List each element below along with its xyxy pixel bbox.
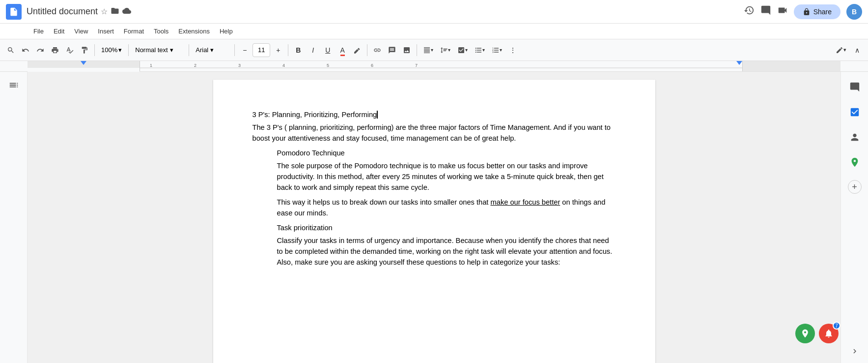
insert-comment-button[interactable] [385, 43, 399, 58]
app-icon [6, 4, 22, 20]
paint-format-button[interactable] [78, 43, 91, 58]
style-arrow: ▾ [170, 46, 173, 54]
folder-icon[interactable] [111, 6, 119, 17]
section2-title: Task prioritization [277, 222, 616, 233]
outline-icon[interactable] [8, 80, 19, 92]
svg-text:7: 7 [415, 63, 418, 68]
menu-insert[interactable]: Insert [94, 26, 118, 36]
section1-para2-before: This way it helps us to break down our t… [277, 198, 491, 206]
editing-mode-button[interactable]: ▾ [833, 43, 849, 58]
paragraph-1: The 3 P's ( planning, prioritizing, perf… [252, 122, 616, 144]
divider-5 [288, 44, 288, 56]
star-icon[interactable]: ☆ [101, 7, 108, 16]
chat-panel-icon[interactable] [847, 80, 862, 97]
contacts-panel-icon[interactable] [847, 130, 862, 147]
section2-para: Classify your tasks in terms of urgency … [277, 235, 616, 268]
menu-format[interactable]: Format [120, 26, 148, 36]
tasks-panel-icon[interactable] [847, 105, 862, 122]
zoom-value: 100% [101, 46, 117, 54]
bottom-right-float: 7 [795, 324, 839, 343]
section-pomodoro: Pomodoro Technique The sole purpose of t… [277, 148, 616, 268]
font-size-increase-button[interactable]: + [271, 43, 285, 58]
section1-para1: The sole purpose of the Pomodoro techniq… [277, 160, 616, 193]
search-button[interactable] [4, 43, 18, 58]
print-button[interactable] [48, 43, 62, 58]
section1-link[interactable]: make our focus better [491, 198, 560, 206]
svg-text:1: 1 [150, 63, 152, 68]
menu-file[interactable]: File [29, 26, 48, 36]
svg-text:5: 5 [327, 63, 329, 68]
checklist-button[interactable]: ▾ [454, 43, 471, 58]
menu-extensions[interactable]: Extensions [174, 26, 214, 36]
document-heading: 3 P's: Planning, Prioritizing, Performin… [252, 109, 616, 120]
svg-text:2: 2 [194, 63, 196, 68]
divider-7 [417, 44, 417, 56]
align-button[interactable]: ▾ [420, 43, 436, 58]
spell-check-button[interactable] [63, 43, 77, 58]
toolbar-right: ▾ ∧ [833, 43, 864, 58]
divider-1 [94, 44, 95, 56]
redo-button[interactable] [33, 43, 47, 58]
avatar[interactable]: B [846, 4, 862, 20]
maps-panel-icon[interactable] [847, 155, 862, 172]
comment-icon[interactable] [760, 5, 771, 18]
divider-3 [189, 44, 189, 56]
font-arrow: ▾ [210, 46, 214, 54]
style-selector[interactable]: Normal text ▾ [132, 43, 186, 58]
svg-text:4: 4 [282, 63, 285, 68]
google-maps-float-icon[interactable] [795, 324, 815, 343]
document-page: 3 P's: Planning, Prioritizing, Performin… [213, 80, 655, 363]
svg-text:3: 3 [238, 63, 241, 68]
menu-bar: File Edit View Insert Format Tools Exten… [0, 24, 868, 39]
main-area: 3 P's: Planning, Prioritizing, Performin… [0, 72, 868, 363]
collapse-panel-button[interactable] [850, 347, 859, 357]
left-sidebar [0, 72, 28, 363]
meet-icon[interactable] [777, 5, 788, 18]
notifications-float-icon[interactable]: 7 [819, 324, 839, 343]
undo-button[interactable] [19, 43, 32, 58]
share-label: Share [813, 8, 832, 16]
menu-tools[interactable]: Tools [150, 26, 172, 36]
top-bar: Untitled document ☆ Share B [0, 0, 868, 24]
menu-help[interactable]: Help [216, 26, 237, 36]
highlight-button[interactable] [350, 43, 364, 58]
doc-title[interactable]: Untitled document [27, 6, 98, 17]
numbered-list-button[interactable]: ▾ [489, 43, 505, 58]
collapse-toolbar-button[interactable]: ∧ [850, 43, 864, 58]
more-options-button[interactable]: ⋮ [506, 43, 520, 58]
font-size-decrease-button[interactable]: − [238, 43, 252, 58]
zoom-selector[interactable]: 100% ▾ [98, 43, 125, 58]
divider-4 [234, 44, 235, 56]
toolbar: 100% ▾ Normal text ▾ Arial ▾ − + B I U A… [0, 39, 868, 61]
zoom-arrow: ▾ [118, 46, 122, 54]
svg-text:6: 6 [371, 63, 373, 68]
font-color-button[interactable]: A [336, 43, 349, 58]
page-scroll[interactable]: 3 P's: Planning, Prioritizing, Performin… [28, 72, 840, 363]
font-selector[interactable]: Arial ▾ [192, 43, 231, 58]
ruler: 1 2 3 4 5 6 7 [0, 61, 868, 72]
section1-title: Pomodoro Technique [277, 148, 616, 158]
text-cursor [377, 111, 378, 119]
link-button[interactable] [370, 43, 384, 58]
document-content[interactable]: 3 P's: Planning, Prioritizing, Performin… [252, 109, 616, 268]
menu-view[interactable]: View [70, 26, 92, 36]
doc-title-area: Untitled document ☆ [27, 6, 131, 17]
font-label: Arial [196, 46, 208, 54]
divider-6 [367, 44, 367, 56]
right-panel: + [840, 72, 868, 363]
share-button[interactable]: Share [794, 4, 840, 19]
style-label: Normal text [135, 46, 168, 54]
cloud-icon[interactable] [122, 6, 131, 17]
italic-button[interactable]: I [306, 43, 320, 58]
notification-badge: 7 [833, 322, 840, 330]
menu-edit[interactable]: Edit [50, 26, 68, 36]
divider-2 [128, 44, 129, 56]
font-size-input[interactable] [252, 43, 270, 57]
bold-button[interactable]: B [291, 43, 305, 58]
bullet-list-button[interactable]: ▾ [472, 43, 488, 58]
line-spacing-button[interactable]: ▾ [437, 43, 453, 58]
add-panel-button[interactable]: + [848, 180, 862, 194]
insert-image-button[interactable] [400, 43, 414, 58]
underline-button[interactable]: U [321, 43, 335, 58]
history-icon[interactable] [744, 5, 755, 18]
